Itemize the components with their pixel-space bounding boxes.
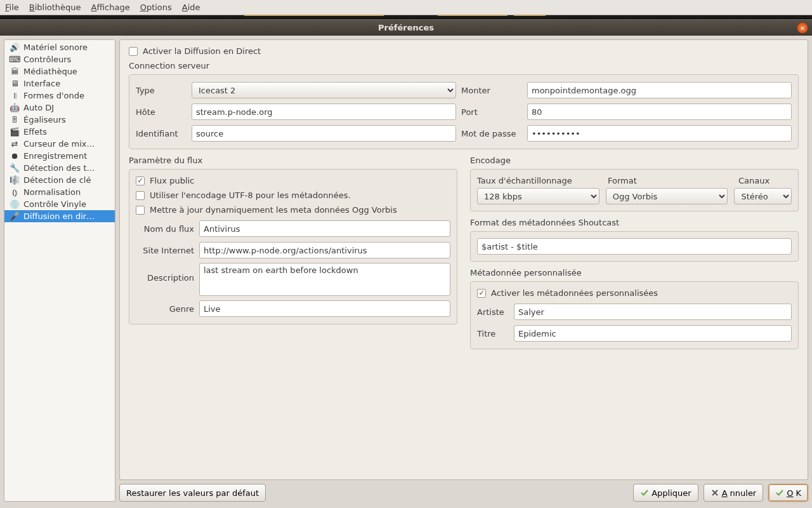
menu-help[interactable]: Aide bbox=[182, 3, 200, 12]
title-input[interactable] bbox=[514, 325, 792, 342]
type-label: Type bbox=[136, 86, 187, 95]
login-input[interactable] bbox=[192, 125, 456, 142]
apply-button[interactable]: Appliquer bbox=[633, 484, 698, 502]
mount-input[interactable] bbox=[527, 82, 792, 98]
section-shoutcast-title: Format des métadonnées Shoutcast bbox=[470, 218, 799, 227]
ok-button[interactable]: OK bbox=[768, 484, 808, 502]
host-input[interactable] bbox=[192, 104, 456, 120]
sidebar-item-effects[interactable]: 🎬Effets bbox=[4, 126, 115, 138]
channels-select[interactable]: Stéréo bbox=[734, 188, 792, 204]
title-label: Titre bbox=[477, 329, 509, 338]
type-select[interactable]: Icecast 2 bbox=[192, 82, 456, 98]
description-label: Description bbox=[136, 263, 194, 283]
encoding-groupbox: Taux d'échantillonnage Format Canaux 128… bbox=[470, 169, 799, 211]
enable-custommeta-checkbox[interactable] bbox=[477, 289, 486, 298]
effects-icon: 🎬 bbox=[10, 127, 20, 137]
controller-icon: ⌨ bbox=[10, 55, 20, 65]
menu-view[interactable]: Affichage bbox=[91, 3, 130, 12]
sidebar-item-equalizers[interactable]: 🎚Égaliseurs bbox=[4, 114, 115, 126]
sidebar-item-crossfader[interactable]: ⇄Curseur de mix… bbox=[4, 138, 115, 150]
shoutcast-groupbox bbox=[470, 231, 799, 262]
port-input[interactable] bbox=[527, 104, 792, 120]
website-label: Site Internet bbox=[136, 246, 194, 255]
channels-label: Canaux bbox=[738, 176, 792, 185]
stream-groupbox: Flux public Utiliser l'encodage UTF-8 po… bbox=[129, 169, 457, 324]
normalize-icon: ⦅⦆ bbox=[10, 187, 20, 197]
password-label: Mot de passe bbox=[461, 129, 522, 138]
sidebar-item-live-broadcasting[interactable]: 🎤Diffusion en dir… bbox=[4, 210, 115, 222]
bitrate-select[interactable]: 128 kbps bbox=[477, 188, 599, 204]
section-connection-title: Connection serveur bbox=[129, 61, 799, 70]
key-icon: 🎼 bbox=[10, 175, 20, 185]
website-input[interactable] bbox=[199, 242, 450, 258]
restore-defaults-button[interactable]: Restaurer les valeurs par défaut bbox=[119, 484, 266, 502]
footer: Restaurer les valeurs par défaut Appliqu… bbox=[119, 484, 808, 502]
genre-input[interactable] bbox=[199, 300, 450, 317]
sidebar-item-key-detection[interactable]: 🎼Détection de clé bbox=[4, 174, 115, 186]
format-select[interactable]: Ogg Vorbis bbox=[606, 188, 728, 204]
section-stream-title: Paramètre du flux bbox=[129, 156, 457, 165]
crossfader-icon: ⇄ bbox=[10, 139, 20, 149]
waveform-icon: ⦀ bbox=[10, 91, 20, 101]
menu-file[interactable]: File bbox=[5, 3, 19, 12]
sidebar-item-normalization[interactable]: ⦅⦆Normalisation bbox=[4, 186, 115, 198]
sidebar-item-autodj[interactable]: 🤖Auto DJ bbox=[4, 102, 115, 114]
sidebar-item-controllers[interactable]: ⌨Contrôleurs bbox=[4, 53, 115, 65]
broadcast-icon: 🎤 bbox=[10, 211, 20, 222]
sidebar-item-interface[interactable]: 🖥Interface bbox=[4, 77, 115, 90]
sidebar-item-vinyl-control[interactable]: 💿Contrôle Vinyle bbox=[4, 198, 115, 210]
menu-options[interactable]: Options bbox=[140, 3, 172, 12]
connection-groupbox: Type Icecast 2 Monter Hôte Port Identifi… bbox=[129, 74, 799, 149]
description-input[interactable]: last stream on earth before lockdown bbox=[199, 263, 450, 296]
artist-label: Artiste bbox=[477, 307, 509, 317]
close-button[interactable]: ✕ bbox=[797, 22, 808, 34]
public-stream-checkbox[interactable] bbox=[136, 177, 145, 185]
enable-custommeta-label: Activer les métadonnées personnalisées bbox=[491, 288, 658, 298]
record-icon: ⏺ bbox=[10, 151, 20, 161]
host-label: Hôte bbox=[136, 107, 187, 117]
utf8-checkbox[interactable] bbox=[136, 191, 145, 200]
speaker-icon: 🔊 bbox=[10, 43, 20, 53]
check-icon bbox=[775, 488, 784, 497]
cancel-button[interactable]: Annuler bbox=[704, 484, 764, 502]
titlebar: Préférences ✕ bbox=[0, 19, 812, 36]
section-custommeta-title: Métadonnée personnalisée bbox=[470, 268, 799, 277]
sidebar-item-library[interactable]: 🏛Médiathèque bbox=[4, 65, 115, 77]
password-input[interactable] bbox=[527, 125, 792, 142]
utf8-label: Utiliser l'encodage UTF-8 pour les métad… bbox=[150, 190, 351, 200]
mount-label: Monter bbox=[461, 86, 522, 95]
port-label: Port bbox=[461, 107, 522, 117]
autodj-icon: 🤖 bbox=[10, 103, 20, 113]
beat-icon: 🔧 bbox=[10, 163, 20, 173]
content: Activer la Diffusion en Direct Connectio… bbox=[119, 39, 808, 502]
main: 🔊Matériel sonore ⌨Contrôleurs 🏛Médiathèq… bbox=[0, 36, 812, 505]
activate-broadcast-checkbox[interactable] bbox=[129, 47, 138, 56]
public-stream-label: Flux public bbox=[150, 176, 194, 185]
genre-label: Genre bbox=[136, 304, 194, 314]
equalizer-icon: 🎚 bbox=[10, 115, 20, 125]
vinyl-icon: 💿 bbox=[10, 199, 20, 210]
artist-input[interactable] bbox=[514, 304, 792, 320]
shoutcast-format-input[interactable] bbox=[477, 238, 792, 255]
activate-broadcast-label: Activer la Diffusion en Direct bbox=[143, 46, 261, 56]
library-icon: 🏛 bbox=[10, 67, 20, 77]
dynamic-ogg-checkbox[interactable] bbox=[136, 206, 145, 215]
stream-name-label: Nom du flux bbox=[136, 224, 194, 234]
menu-library[interactable]: Bibliothèque bbox=[29, 3, 81, 12]
sidebar-item-sound-hardware[interactable]: 🔊Matériel sonore bbox=[4, 41, 115, 53]
sidebar-item-beat-detection[interactable]: 🔧Détection des t… bbox=[4, 162, 115, 174]
activate-broadcast-row: Activer la Diffusion en Direct bbox=[129, 46, 799, 56]
sidebar-item-recording[interactable]: ⏺Enregistrement bbox=[4, 150, 115, 162]
dynamic-ogg-label: Mettre à jour dynamiquement les meta don… bbox=[150, 205, 397, 215]
window-title: Préférences bbox=[378, 23, 434, 32]
sidebar-item-waveforms[interactable]: ⦀Formes d'onde bbox=[4, 90, 115, 102]
section-encoding-title: Encodage bbox=[470, 156, 799, 165]
bitrate-label: Taux d'échantillonnage bbox=[477, 176, 601, 185]
format-label: Format bbox=[608, 176, 732, 185]
custommeta-groupbox: Activer les métadonnées personnalisées A… bbox=[470, 281, 799, 349]
close-icon bbox=[710, 488, 719, 497]
stream-name-input[interactable] bbox=[199, 220, 450, 237]
check-icon bbox=[640, 488, 649, 497]
sidebar: 🔊Matériel sonore ⌨Contrôleurs 🏛Médiathèq… bbox=[4, 39, 115, 502]
menubar: File Bibliothèque Affichage Options Aide bbox=[0, 0, 812, 15]
